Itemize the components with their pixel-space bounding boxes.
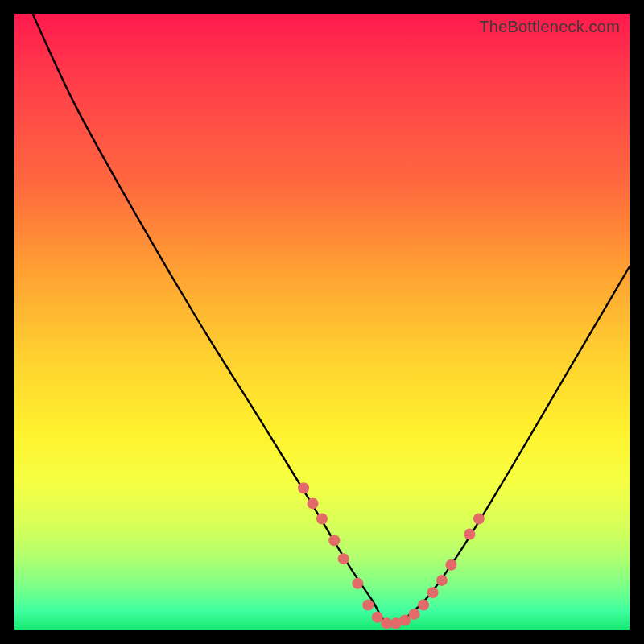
marker-dot — [418, 599, 429, 610]
marker-dot — [338, 553, 349, 564]
marker-dot — [352, 578, 363, 589]
marker-dot — [328, 535, 340, 546]
marker-dot — [381, 617, 392, 629]
marker-dot — [473, 513, 485, 524]
marker-dot — [399, 615, 411, 626]
marker-dot — [372, 612, 383, 623]
optimal-markers — [298, 482, 485, 629]
marker-dot — [445, 559, 456, 571]
marker-dot — [436, 575, 448, 586]
marker-dot — [409, 609, 420, 620]
marker-dot — [464, 529, 475, 540]
marker-dot — [308, 497, 319, 509]
bottleneck-curve — [33, 14, 630, 623]
marker-dot — [316, 513, 328, 524]
marker-dot — [427, 587, 439, 598]
marker-dot — [298, 482, 309, 493]
watermark-text: TheBottleneck.com — [479, 18, 620, 36]
chart-frame: TheBottleneck.com — [0, 0, 644, 644]
curve-layer — [14, 14, 630, 630]
marker-dot — [390, 617, 402, 629]
plot-area: TheBottleneck.com — [14, 14, 630, 630]
marker-dot — [362, 599, 374, 610]
